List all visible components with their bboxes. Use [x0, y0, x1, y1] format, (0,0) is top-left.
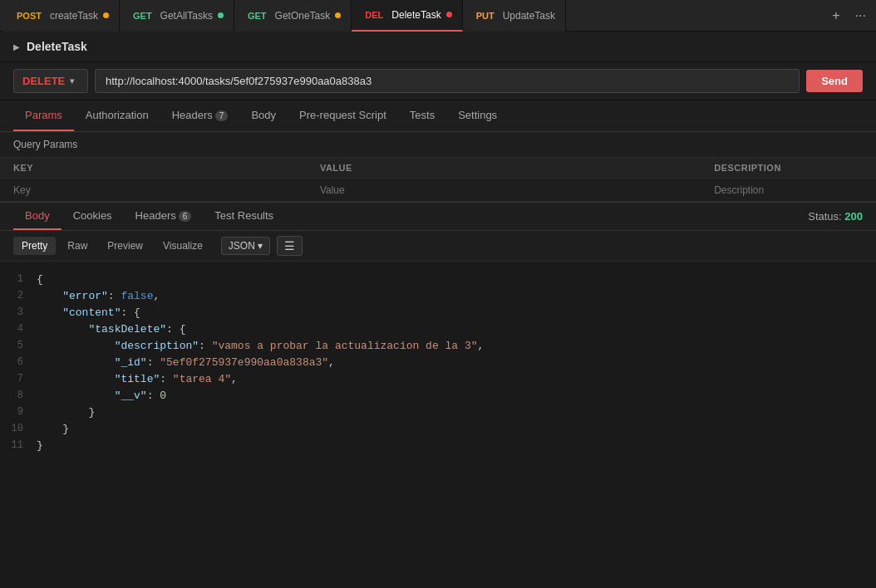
status-label: Status:	[808, 210, 844, 223]
method-select[interactable]: DELETE ▾	[13, 69, 88, 93]
colon-token: :	[121, 306, 134, 319]
send-button[interactable]: Send	[806, 70, 863, 92]
line-content: }	[37, 423, 876, 435]
space-token	[37, 323, 88, 336]
desc-input[interactable]	[714, 184, 863, 196]
brace-token: }	[37, 439, 43, 452]
colon-token: :	[199, 340, 212, 352]
tab-label: GetOneTask	[275, 10, 331, 22]
resp-tab-headers[interactable]: Headers6	[124, 203, 204, 230]
colon-token: :	[108, 290, 121, 302]
key-token: "description"	[115, 340, 199, 352]
brace-token: {	[134, 306, 140, 319]
req-tab-authorization[interactable]: Authorization	[74, 100, 160, 131]
chevron-down-icon: ▾	[258, 240, 263, 252]
line-content: "_id": "5ef0f275937e990aa0a838a3",	[37, 356, 876, 369]
url-input[interactable]	[95, 69, 800, 93]
fmt-tab-pretty[interactable]: Pretty	[13, 237, 56, 255]
response-bar: BodyCookiesHeaders6Test ResultsStatus: 2…	[0, 202, 876, 231]
req-tab-params[interactable]: Params	[13, 100, 74, 131]
line-number: 10	[0, 423, 37, 434]
str-token: "5ef0f275937e990aa0a838a3"	[160, 356, 328, 369]
line-content: "__v": 0	[37, 390, 876, 402]
tab-getOneTask[interactable]: GET GetOneTask	[234, 0, 352, 32]
resp-tab-body[interactable]: Body	[13, 203, 62, 230]
code-line: 11}	[0, 438, 876, 454]
status-text: Status: 200	[808, 210, 863, 223]
req-tab-label: Params	[25, 109, 62, 121]
space-token	[37, 306, 62, 319]
req-tab-settings[interactable]: Settings	[446, 100, 509, 131]
line-content: "title": "tarea 4",	[37, 373, 876, 385]
tab-deleteTask[interactable]: DEL DeleteTask	[352, 0, 462, 32]
resp-tab-cookies[interactable]: Cookies	[62, 203, 124, 230]
line-number: 2	[0, 290, 37, 301]
table-row	[0, 179, 876, 202]
brace-token: }	[62, 423, 69, 435]
req-tab-label: Tests	[410, 109, 435, 121]
resp-tab-label: Cookies	[73, 209, 112, 222]
code-line: 9 }	[0, 404, 876, 421]
more-tabs-button[interactable]: ···	[849, 5, 873, 27]
bool-token: false	[121, 290, 153, 302]
method-label: GET	[130, 10, 155, 22]
key-token: "_id"	[115, 356, 147, 369]
line-content: "taskDelete": {	[37, 323, 876, 336]
space-token	[37, 340, 115, 352]
format-select-label: JSON	[229, 240, 255, 252]
format-select[interactable]: JSON ▾	[221, 237, 270, 255]
line-number: 11	[0, 439, 37, 451]
req-tab-tests[interactable]: Tests	[398, 100, 446, 131]
num-token: 0	[160, 390, 166, 402]
req-tab-label: Body	[251, 109, 276, 121]
status-code: 200	[844, 210, 863, 223]
resp-tab-label: Body	[25, 209, 50, 222]
key-token: "title"	[115, 373, 160, 385]
str-token: "tarea 4"	[173, 373, 231, 385]
key-token: "taskDelete"	[88, 323, 166, 336]
line-content: {	[37, 273, 876, 286]
tab-updateTask[interactable]: PUT UpdateTask	[463, 0, 566, 32]
wrap-icon: ☰	[284, 239, 295, 252]
params-table: KEY VALUE DESCRIPTION	[0, 158, 876, 202]
tab-label: DeleteTask	[391, 9, 440, 21]
fmt-tab-raw[interactable]: Raw	[59, 237, 96, 255]
tab-createTask[interactable]: POST createTask	[3, 0, 120, 32]
line-number: 1	[0, 273, 37, 285]
colon-token: :	[160, 373, 173, 385]
code-line: 4 "taskDelete": {	[0, 321, 876, 338]
resp-tab-testresults[interactable]: Test Results	[203, 203, 285, 230]
request-tabs: ParamsAuthorizationHeaders7BodyPre-reque…	[0, 100, 876, 132]
line-number: 5	[0, 340, 37, 351]
line-number: 4	[0, 323, 37, 335]
space-token	[37, 390, 115, 402]
comma-token: ,	[478, 340, 485, 352]
fmt-tab-visualize[interactable]: Visualize	[155, 237, 211, 255]
line-content: "error": false,	[37, 290, 876, 302]
badge: 6	[179, 211, 192, 222]
line-content: }	[37, 406, 876, 419]
code-line: 5 "description": "vamos a probar la actu…	[0, 338, 876, 355]
fmt-tab-preview[interactable]: Preview	[99, 237, 151, 255]
line-number: 7	[0, 373, 37, 385]
code-line: 8 "__v": 0	[0, 388, 876, 404]
space-token	[37, 373, 115, 385]
req-tab-prerequest[interactable]: Pre-request Script	[288, 100, 398, 131]
tab-getAllTasks[interactable]: GET GetAllTasks	[120, 0, 234, 32]
req-tab-headers[interactable]: Headers7	[160, 100, 240, 131]
space-token	[37, 406, 88, 419]
req-tab-body[interactable]: Body	[239, 100, 288, 131]
tab-bar: POST createTask GET GetAllTasks GET GetO…	[0, 0, 876, 32]
resp-tab-label: Headers	[135, 209, 176, 222]
brace-token: }	[88, 406, 95, 419]
code-line: 10 }	[0, 421, 876, 438]
add-tab-button[interactable]: +	[825, 5, 846, 27]
comma-token: ,	[231, 373, 238, 385]
key-input[interactable]	[13, 184, 293, 196]
code-area: 1{2 "error": false,3 "content": {4 "task…	[0, 262, 876, 588]
wrap-button[interactable]: ☰	[277, 236, 303, 256]
value-input[interactable]	[320, 184, 687, 196]
value-column-header: VALUE	[307, 158, 701, 179]
method-label: DEL	[362, 9, 386, 21]
tab-label: createTask	[50, 10, 98, 22]
